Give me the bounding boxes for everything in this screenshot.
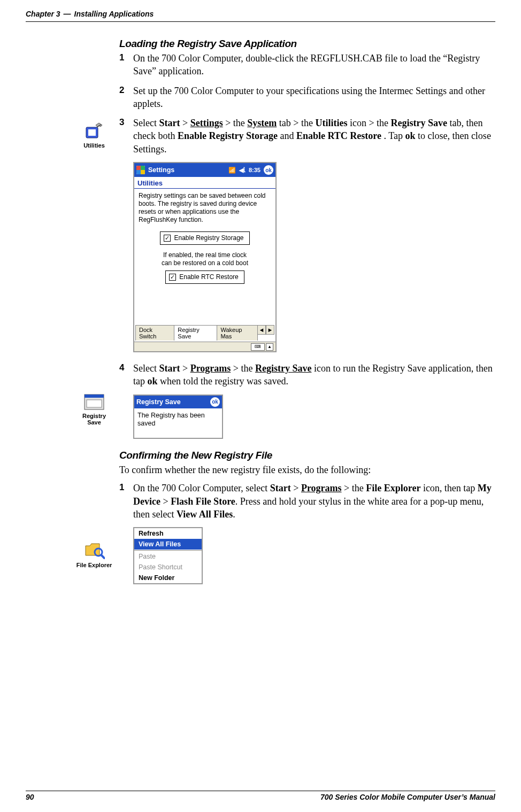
tab-scroll-left[interactable]: ◄ [257,325,266,335]
settings-screenshot: Settings 📶 ◀ἱ 8:35 ok Utilities Registry… [133,162,277,352]
step-1: 1 On the 700 Color Computer, double-clic… [119,52,495,78]
tab-registry-save[interactable]: Registry Save [174,325,217,341]
checkbox-icon: ✓ [164,235,171,242]
settings-subhead: Utilities [134,177,275,189]
book-title: 700 Series Color Mobile Computer User’s … [320,793,495,801]
step-number: 1 [119,52,127,78]
section-intro: To confirm whether the new registry file… [119,463,495,476]
margin-icon-label: File Explorer [68,562,120,568]
checkbox-icon: ✓ [169,274,176,281]
clock-text: 8:35 [249,167,260,173]
confirm-step-1: 1 On the 700 Color Computer, select Star… [119,482,495,521]
context-menu: Refresh View All Files Paste Paste Short… [133,527,203,584]
settings-titlebar: Settings 📶 ◀ἱ 8:35 ok [134,163,275,177]
registry-save-icon [75,393,113,412]
margin-icon-registry-save: Registry Save [75,393,113,426]
chapter-label: Chapter 3 [26,10,60,18]
menu-item-view-all-files[interactable]: View All Files [134,539,202,550]
rtc-note: If enabled, the real time clock can be r… [139,251,271,267]
step-3: 3 Select Start > Settings > the System t… [119,117,495,156]
speaker-icon: ◀ἱ [239,167,246,174]
regsave-titlebar: Registry Save ok [134,396,222,408]
step-2: 2 Set up the 700 Color Computer to your … [119,84,495,111]
step-body: On the 700 Color Computer, double-click … [133,52,495,78]
svg-line-6 [101,555,104,558]
regsave-body: The Registry has been saved [134,408,222,438]
step-number: 4 [119,362,127,388]
tab-wakeup[interactable]: Wakeup Mas [217,325,258,341]
menu-separator [134,550,202,551]
chapter-title: Installing Applications [74,10,154,18]
page-number: 90 [26,793,34,801]
svg-rect-4 [87,400,102,407]
file-explorer-icon [68,540,120,561]
settings-bottom-bar: ⌨ ▲ [134,342,275,351]
ok-button[interactable]: ok [210,397,220,407]
step-number: 2 [119,84,127,111]
settings-tabs: Dock Switch Registry Save Wakeup Mas ◄ ► [135,325,274,341]
step-number: 3 [119,117,127,156]
step-number: 1 [119,482,127,521]
settings-title-text: Settings [148,166,174,174]
menu-item-paste[interactable]: Paste [134,551,202,562]
section-title-confirming: Confirming the New Registry File [119,450,495,461]
sip-up-icon[interactable]: ▲ [266,343,273,351]
keyboard-icon[interactable]: ⌨ [251,343,265,351]
page-header: Chapter 3 — Installing Applications [0,0,521,18]
step-body: On the 700 Color Computer, select Start … [133,482,495,521]
page-footer: 90 700 Series Color Mobile Computer User… [26,791,495,801]
menu-item-paste-shortcut[interactable]: Paste Shortcut [134,562,202,573]
tab-scroll-right[interactable]: ► [266,325,274,335]
margin-icon-file-explorer: File Explorer [68,540,120,568]
margin-icon-label: Registry Save [75,413,113,426]
menu-item-new-folder[interactable]: New Folder [134,573,202,583]
step-body: Select Start > Settings > the System tab… [133,117,495,156]
section-title-loading: Loading the Registry Save Application [119,38,495,50]
checkbox-enable-registry-storage[interactable]: ✓ Enable Registry Storage [160,231,249,245]
signal-icon: 📶 [228,167,236,174]
margin-icon-utilities: Utilities [75,122,113,149]
margin-icon-label: Utilities [75,142,113,149]
registry-save-dialog: Registry Save ok The Registry has been s… [133,395,223,439]
svg-rect-1 [88,129,96,136]
tab-dock-switch[interactable]: Dock Switch [135,325,174,341]
menu-item-refresh[interactable]: Refresh [134,528,202,539]
start-flag-icon[interactable] [136,166,145,174]
header-sep: — [64,10,71,18]
ok-button[interactable]: ok [264,165,273,175]
utilities-icon [75,122,113,141]
step-body: Select Start > Programs > the Registry S… [133,362,495,388]
settings-description: Registry settings can be saved between c… [139,192,271,224]
checkbox-enable-rtc-restore[interactable]: ✓ Enable RTC Restore [165,270,244,284]
step-4: 4 Select Start > Programs > the Registry… [119,362,495,388]
step-body: Set up the 700 Color Computer to your sp… [133,84,495,111]
svg-rect-3 [85,395,104,398]
